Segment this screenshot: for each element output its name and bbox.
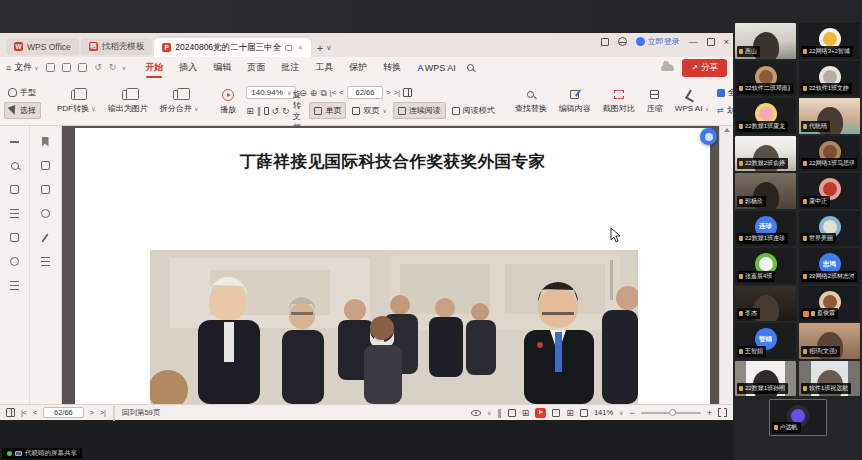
continuous-read-icon[interactable]: ∥ bbox=[497, 408, 502, 418]
menu-item[interactable]: 编辑 bbox=[206, 59, 238, 76]
participant-tile[interactable]: 世界美丽 bbox=[799, 211, 860, 247]
menu-item[interactable]: 开始 bbox=[138, 59, 170, 76]
menu-item[interactable]: 批注 bbox=[274, 59, 306, 76]
double-page-icon[interactable]: ⊞ bbox=[522, 408, 530, 418]
cloud-sync-icon[interactable] bbox=[661, 64, 674, 71]
single-page-icon[interactable] bbox=[508, 409, 516, 417]
save-icon[interactable] bbox=[62, 63, 71, 72]
fit-window-icon[interactable] bbox=[552, 409, 560, 417]
participant-tile[interactable]: 康中正 bbox=[799, 173, 860, 209]
view-mode-button[interactable]: 双页∨ bbox=[348, 102, 390, 119]
view-mode-button[interactable]: 连续阅读 bbox=[393, 102, 446, 119]
file-menu[interactable]: 文件 bbox=[14, 61, 32, 74]
attachment-icon[interactable] bbox=[40, 208, 51, 219]
catalog-icon[interactable] bbox=[9, 232, 20, 243]
participant-tile[interactable]: 志鸿 22网络2班林志鸿 bbox=[799, 248, 860, 284]
toolbar-tool-button[interactable]: 截图对比 bbox=[597, 81, 641, 122]
menu-item[interactable]: 插入 bbox=[172, 59, 204, 76]
globe-icon[interactable] bbox=[618, 37, 627, 46]
rotate-right-button[interactable]: ↻ bbox=[282, 106, 290, 116]
scroll-up-icon[interactable] bbox=[724, 128, 730, 132]
status-last-page-button[interactable]: >| bbox=[100, 409, 106, 416]
toolbar-tool-button[interactable]: 查找替换 bbox=[509, 81, 553, 122]
document-tab[interactable]: 稻 找稻壳模板 bbox=[81, 38, 153, 55]
scrollbar[interactable] bbox=[719, 126, 733, 404]
zoom-level-select[interactable]: 140.94%∨ bbox=[246, 86, 296, 99]
close-button[interactable]: × bbox=[724, 37, 729, 47]
back-to-page-link[interactable]: 回到第59页 bbox=[122, 408, 160, 418]
fit-width-icon[interactable]: ⊞ bbox=[566, 408, 574, 418]
more-icon[interactable] bbox=[9, 280, 20, 291]
select-tool-button[interactable]: 选择 bbox=[4, 102, 41, 119]
toolbar-big-button[interactable]: 输出为图片 bbox=[102, 81, 154, 122]
undo-icon[interactable]: ↺ bbox=[94, 63, 102, 72]
zoom-plus-button[interactable]: + bbox=[707, 408, 712, 418]
participant-tile[interactable]: 22数媒1班康龙 bbox=[735, 98, 796, 134]
fit-page-icon[interactable] bbox=[264, 107, 268, 115]
minimize-button[interactable]: — bbox=[689, 37, 698, 47]
toolbar-big-button[interactable]: PDF转换 ∨ bbox=[51, 81, 102, 122]
status-first-page-button[interactable]: |< bbox=[21, 409, 27, 416]
fit-page-button[interactable]: ⧉ bbox=[320, 88, 326, 98]
layers-icon[interactable] bbox=[40, 256, 51, 267]
history-caret-icon[interactable]: ∨ bbox=[122, 64, 126, 71]
view-mode-button[interactable]: 阅读模式 bbox=[448, 102, 499, 119]
participant-tile[interactable]: 22软件二班邓雨嘉 bbox=[735, 61, 796, 97]
redo-icon[interactable]: ↻ bbox=[109, 63, 117, 72]
open-icon[interactable] bbox=[46, 63, 55, 72]
menu-item[interactable]: AWPS AI bbox=[410, 61, 463, 75]
bookmark-icon[interactable] bbox=[40, 136, 51, 147]
document-tab[interactable]: W WPS Office bbox=[6, 38, 79, 55]
participant-tile[interactable]: 代晓晴 bbox=[799, 98, 860, 134]
eye-protect-icon[interactable] bbox=[471, 410, 481, 416]
participant-tile[interactable]: 相琪(文强) bbox=[799, 323, 860, 359]
hamburger-icon[interactable]: ≡ bbox=[6, 63, 11, 73]
zoom-slider[interactable] bbox=[641, 412, 701, 414]
thumbnail-view-button[interactable]: ⊞ bbox=[246, 106, 254, 116]
participant-tile[interactable]: 张嘉晨4班 bbox=[735, 248, 796, 284]
zoom-slider-knob[interactable] bbox=[669, 409, 676, 416]
participant-tile[interactable]: 22数媒1班孙明 bbox=[735, 361, 796, 397]
screen-share-banner[interactable]: 代晓晴的屏幕共享 bbox=[2, 448, 82, 459]
annotate-icon[interactable] bbox=[40, 232, 51, 243]
hand-tool-button[interactable]: 手型 bbox=[4, 85, 41, 100]
eye-caret-icon[interactable]: ∨ bbox=[487, 409, 491, 416]
document-tab[interactable]: P 20240806党的二十届三中全 × bbox=[154, 38, 311, 57]
print-icon[interactable] bbox=[78, 63, 87, 72]
participant-tile[interactable]: 智娟 王智娟 bbox=[735, 323, 796, 359]
participant-tile[interactable]: 软件1班祝远航 bbox=[799, 361, 860, 397]
help-icon[interactable] bbox=[9, 256, 20, 267]
login-button[interactable]: 立即登录 bbox=[636, 36, 680, 47]
zoom-minus-button[interactable]: − bbox=[629, 408, 634, 418]
adjust-icon[interactable] bbox=[9, 208, 20, 219]
play-button[interactable]: 播放 bbox=[214, 81, 242, 122]
menu-item[interactable]: 保护 bbox=[342, 59, 374, 76]
participant-tile[interactable]: 22软件1班文静 bbox=[799, 61, 860, 97]
zoom-caret-icon[interactable]: ∨ bbox=[619, 409, 623, 416]
participant-tile[interactable]: 蔡俊霖 bbox=[799, 286, 860, 322]
toolbar-tool-button[interactable]: 编辑内容 bbox=[553, 81, 597, 122]
participant-tile[interactable]: 连珍 22数媒1班连珍 bbox=[735, 211, 796, 247]
fullscreen-icon[interactable] bbox=[718, 408, 727, 417]
status-next-page-button[interactable]: > bbox=[90, 409, 94, 416]
rotate-left-button[interactable]: ↺ bbox=[272, 106, 280, 116]
toolbar-tool-button[interactable]: 压缩 bbox=[641, 81, 669, 122]
participant-tile[interactable]: 22网络1班马思琪 bbox=[799, 136, 860, 172]
first-page-button[interactable]: |< bbox=[330, 88, 336, 97]
status-prev-page-button[interactable]: < bbox=[33, 409, 37, 416]
comment-icon[interactable] bbox=[40, 184, 51, 195]
search-icon[interactable] bbox=[9, 160, 20, 171]
restore-button[interactable] bbox=[707, 38, 715, 46]
reader-mode-icon[interactable] bbox=[6, 408, 15, 417]
zoom-in-button[interactable]: ⊕ bbox=[310, 88, 318, 98]
reader-icon[interactable] bbox=[403, 88, 412, 97]
ai-assistant-fab[interactable] bbox=[700, 128, 717, 145]
participant-tile[interactable]: 22数媒2班俞婷 bbox=[735, 136, 796, 172]
slideshow-play-button[interactable] bbox=[535, 408, 546, 418]
next-page-button[interactable]: > bbox=[386, 88, 390, 97]
collapse-icon[interactable] bbox=[9, 136, 20, 147]
menu-item[interactable]: 转换 bbox=[376, 59, 408, 76]
participant-tile[interactable]: 惠山 bbox=[735, 23, 796, 59]
menu-item[interactable]: 工具 bbox=[308, 59, 340, 76]
participant-tile[interactable]: 郭杨欣 bbox=[735, 173, 796, 209]
